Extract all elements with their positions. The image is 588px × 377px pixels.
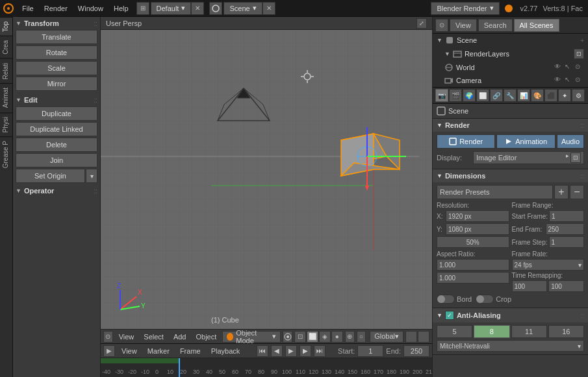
- res-x-field[interactable]: 1920 px: [446, 210, 509, 222]
- scene-selector[interactable]: Scene▾: [224, 2, 262, 15]
- display-selector[interactable]: Image Editor ▸ ⊡: [473, 151, 584, 164]
- tab-relations[interactable]: Relati: [0, 58, 12, 84]
- tab-animation[interactable]: Animat: [0, 83, 12, 112]
- display-icon-btn[interactable]: ⊡: [570, 152, 581, 163]
- timeline-frame-menu[interactable]: Frame: [176, 345, 205, 357]
- presets-add-btn[interactable]: +: [554, 185, 569, 199]
- render-preview-btn[interactable]: [283, 331, 292, 343]
- right-tab-all-scenes[interactable]: All Scenes: [514, 19, 559, 32]
- tab-create[interactable]: Crea: [0, 36, 12, 58]
- layer-btns[interactable]: [405, 331, 429, 343]
- scale-button[interactable]: Scale: [16, 61, 97, 75]
- crop-toggle[interactable]: [476, 295, 494, 304]
- mode-selector[interactable]: Object Mode▾: [222, 331, 281, 343]
- tab-grease[interactable]: Grease P: [0, 136, 12, 172]
- play-jump-end[interactable]: ⏭: [314, 345, 326, 357]
- aa-11-btn[interactable]: 11: [511, 325, 547, 338]
- viewport-shading-wire[interactable]: ⊡: [294, 331, 306, 343]
- timeline-view-menu[interactable]: View: [118, 345, 141, 357]
- presets-remove-btn[interactable]: −: [570, 185, 584, 199]
- prop-icon-constraint[interactable]: 🔗: [490, 89, 503, 102]
- start-frame-field[interactable]: 1: [549, 210, 584, 222]
- right-panel-icon[interactable]: ⊙: [435, 19, 448, 32]
- dimensions-section-header[interactable]: ▼ Dimensions ::: [433, 169, 588, 182]
- menu-window[interactable]: Window: [73, 0, 109, 17]
- select-menu[interactable]: Select: [140, 331, 168, 343]
- render-engine-selector[interactable]: Blender Render▾: [431, 2, 499, 15]
- fullscreen-btn[interactable]: ⤢: [416, 18, 427, 29]
- world-cursor[interactable]: ↖: [565, 63, 574, 72]
- time-new-field[interactable]: 100: [548, 280, 584, 292]
- world-render[interactable]: ⊙: [575, 63, 584, 72]
- rotate-button[interactable]: Rotate: [16, 45, 97, 60]
- render-section-header[interactable]: ▼ Render ::: [433, 119, 588, 132]
- prop-icon-scene[interactable]: 🎬: [449, 89, 462, 102]
- viewport-shading-solid[interactable]: ⬜: [307, 331, 318, 343]
- viewport-shading-material[interactable]: ◈: [319, 331, 331, 343]
- duplicate-linked-button[interactable]: Duplicate Linked: [16, 122, 97, 136]
- aa-8-btn[interactable]: 8: [474, 325, 509, 338]
- aa-filter-selector[interactable]: Mitchell-Netravali▾: [437, 340, 584, 352]
- tab-tool[interactable]: Top: [0, 17, 12, 36]
- render-layers-icon[interactable]: ⊡: [574, 49, 584, 59]
- bord-toggle[interactable]: [437, 295, 455, 304]
- aspect-x-field[interactable]: 1.000: [437, 259, 509, 271]
- right-tab-search[interactable]: Search: [478, 19, 513, 32]
- add-menu[interactable]: Add: [170, 331, 190, 343]
- global-selector[interactable]: Global▾: [370, 331, 403, 343]
- animation-button[interactable]: Animation: [496, 134, 555, 149]
- aa-toggle[interactable]: ✓: [445, 311, 454, 320]
- timeline-icon[interactable]: ▶: [103, 345, 115, 357]
- tree-camera[interactable]: Camera 👁 ↖ ⊙: [433, 74, 588, 87]
- proportional-edit[interactable]: ○: [357, 331, 366, 343]
- prop-icon-world[interactable]: 🌍: [463, 89, 476, 102]
- duplicate-button[interactable]: Duplicate: [16, 106, 97, 121]
- set-origin-arrow[interactable]: ▾: [86, 169, 97, 183]
- fps-selector[interactable]: 24 fps▾: [512, 259, 585, 271]
- viewport-canvas[interactable]: X Y Z: [101, 30, 432, 329]
- timeline-playback-menu[interactable]: Playback: [207, 345, 244, 357]
- prop-icon-particle[interactable]: ✦: [558, 89, 571, 102]
- layout-grid-icon[interactable]: ⊞: [136, 2, 149, 15]
- audio-button[interactable]: Audio: [557, 134, 584, 149]
- render-button[interactable]: Render: [437, 134, 495, 149]
- tree-scene[interactable]: ▼ Scene +: [433, 34, 588, 47]
- snap-icon[interactable]: ⊕: [345, 331, 355, 343]
- camera-render[interactable]: ⊙: [575, 76, 584, 85]
- prop-icon-physics[interactable]: ⚙: [572, 89, 585, 102]
- object-menu[interactable]: Object: [192, 331, 220, 343]
- aa-section-header[interactable]: ▼ ✓ Anti-Aliasing ::: [433, 308, 588, 322]
- mirror-button[interactable]: Mirror: [16, 77, 97, 91]
- play-btn[interactable]: ▶: [285, 345, 297, 357]
- end-frame-field[interactable]: 250: [403, 345, 429, 357]
- translate-button[interactable]: Translate: [16, 30, 97, 44]
- aspect-y-field[interactable]: 1.000: [437, 272, 509, 284]
- menu-help[interactable]: Help: [109, 0, 134, 17]
- tree-render-layers[interactable]: ▼ RenderLayers ⊡: [433, 47, 588, 61]
- prop-icon-texture[interactable]: ⬛: [544, 89, 557, 102]
- res-y-field[interactable]: 1080 px: [446, 223, 509, 235]
- tree-world[interactable]: World 👁 ↖ ⊙: [433, 61, 588, 74]
- play-prev-frame[interactable]: ◀: [271, 345, 283, 357]
- layout-close-btn[interactable]: ✕: [191, 2, 204, 15]
- start-frame-field[interactable]: 1: [357, 345, 383, 357]
- aa-5-btn[interactable]: 5: [437, 325, 472, 338]
- prop-icon-render[interactable]: 📷: [435, 89, 448, 102]
- presets-selector[interactable]: Render Presets: [437, 185, 553, 199]
- join-button[interactable]: Join: [16, 153, 97, 167]
- end-frame-field[interactable]: 250: [546, 223, 585, 235]
- prop-icon-object[interactable]: ⬜: [476, 89, 489, 102]
- view-menu[interactable]: View: [115, 331, 138, 343]
- render-icon[interactable]: [209, 2, 222, 15]
- right-tab-view[interactable]: View: [450, 19, 477, 32]
- camera-cursor[interactable]: ↖: [565, 76, 574, 85]
- res-pct-field[interactable]: 50%: [437, 236, 509, 248]
- blender-logo[interactable]: [0, 0, 17, 17]
- aa-16-btn[interactable]: 16: [548, 325, 584, 338]
- set-origin-button[interactable]: Set Origin: [16, 169, 85, 183]
- viewport-shading-render[interactable]: ●: [331, 331, 343, 343]
- camera-eye[interactable]: 👁: [554, 76, 563, 85]
- world-eye[interactable]: 👁: [554, 63, 563, 72]
- prop-icon-data[interactable]: 📊: [517, 89, 530, 102]
- prop-icon-modifier[interactable]: 🔧: [504, 89, 517, 102]
